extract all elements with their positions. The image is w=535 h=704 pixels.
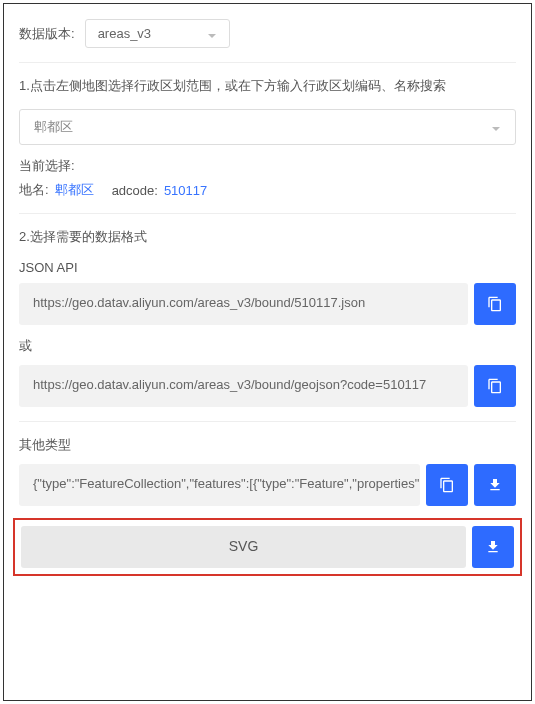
chevron-down-icon	[491, 122, 501, 132]
copy-button[interactable]	[474, 283, 516, 325]
area-value: 郫都区	[34, 118, 73, 136]
copy-icon	[487, 296, 503, 312]
version-value: areas_v3	[98, 26, 151, 41]
download-icon	[485, 539, 501, 555]
copy-icon	[487, 378, 503, 394]
version-row: 数据版本: areas_v3	[19, 19, 516, 48]
json-api-input[interactable]: https://geo.datav.aliyun.com/areas_v3/bo…	[19, 283, 468, 325]
name-link[interactable]: 郫都区	[55, 181, 94, 199]
svg-box[interactable]: SVG	[21, 526, 466, 568]
copy-icon	[439, 477, 455, 493]
divider	[19, 213, 516, 214]
chevron-down-icon	[207, 29, 217, 39]
or-label: 或	[19, 337, 516, 355]
svg-highlight: SVG	[13, 518, 522, 576]
divider	[19, 62, 516, 63]
geojson-input[interactable]: https://geo.datav.aliyun.com/areas_v3/bo…	[19, 365, 468, 407]
other-label: 其他类型	[19, 436, 516, 454]
feature-input[interactable]: {"type":"FeatureCollection","features":[…	[19, 464, 420, 506]
download-icon	[487, 477, 503, 493]
copy-button[interactable]	[474, 365, 516, 407]
geojson-row: https://geo.datav.aliyun.com/areas_v3/bo…	[19, 365, 516, 407]
adcode-label: adcode:	[112, 183, 158, 198]
version-select[interactable]: areas_v3	[85, 19, 230, 48]
adcode-link[interactable]: 510117	[164, 183, 207, 198]
json-api-label: JSON API	[19, 260, 516, 275]
version-label: 数据版本:	[19, 25, 75, 43]
current-label: 当前选择:	[19, 157, 516, 175]
config-panel: 数据版本: areas_v3 1.点击左侧地图选择行政区划范围，或在下方输入行政…	[3, 3, 532, 701]
svg-row: SVG	[21, 526, 514, 568]
json-api-row: https://geo.datav.aliyun.com/areas_v3/bo…	[19, 283, 516, 325]
download-button[interactable]	[474, 464, 516, 506]
copy-button[interactable]	[426, 464, 468, 506]
step2-text: 2.选择需要的数据格式	[19, 228, 516, 246]
download-button[interactable]	[472, 526, 514, 568]
divider	[19, 421, 516, 422]
area-select[interactable]: 郫都区	[19, 109, 516, 145]
current-values: 地名: 郫都区 adcode: 510117	[19, 181, 516, 199]
name-label: 地名:	[19, 181, 49, 199]
step1-text: 1.点击左侧地图选择行政区划范围，或在下方输入行政区划编码、名称搜索	[19, 77, 516, 95]
feature-row: {"type":"FeatureCollection","features":[…	[19, 464, 516, 506]
